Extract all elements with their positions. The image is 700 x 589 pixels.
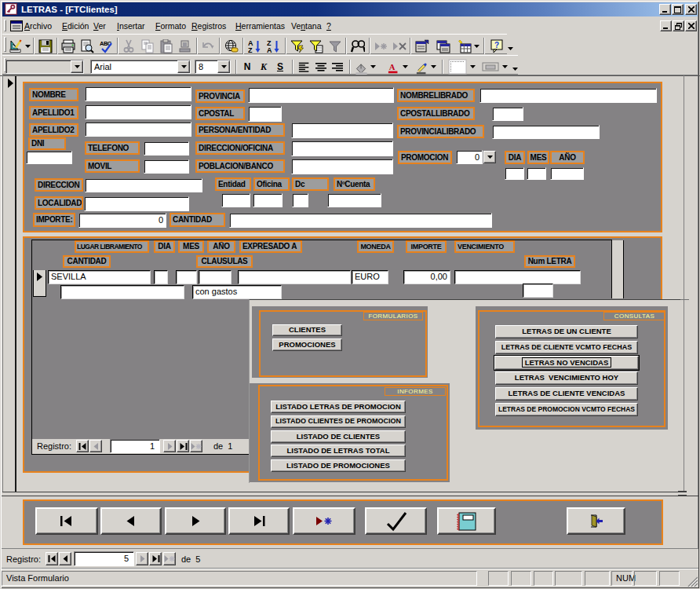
svg-text:A: A xyxy=(267,46,272,53)
svg-text:A: A xyxy=(389,63,396,71)
svg-text:Z: Z xyxy=(248,46,253,53)
svg-text:?: ? xyxy=(494,41,499,49)
